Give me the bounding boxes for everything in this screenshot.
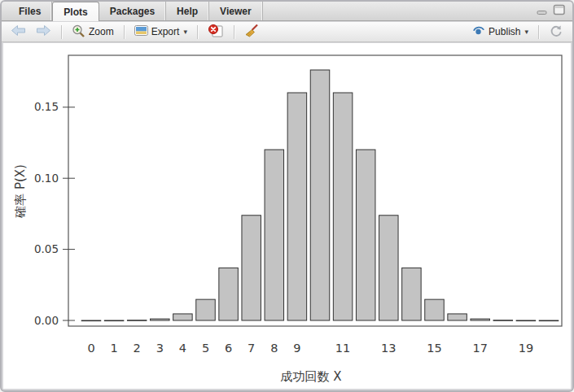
tab-strip: Files Plots Packages Help Viewer <box>2 2 572 21</box>
x-tick-label: 15 <box>427 342 441 355</box>
x-tick-label: 0 <box>87 342 94 355</box>
x-tick-label: 17 <box>472 342 487 355</box>
rstudio-plots-pane: Files Plots Packages Help Viewer <box>0 0 574 392</box>
barplot-binomial-distribution: 0.000.050.100.1501234567891113151719成功回数… <box>3 43 574 389</box>
publish-button-label: Publish <box>489 26 520 37</box>
bar <box>265 150 284 320</box>
publish-button[interactable]: Publish ▾ <box>470 24 531 41</box>
bar <box>173 314 193 320</box>
maximize-icon[interactable] <box>553 4 566 19</box>
refresh-button[interactable] <box>546 23 566 41</box>
tab-files[interactable]: Files <box>8 2 52 20</box>
bar <box>310 70 330 320</box>
bar <box>493 320 513 321</box>
publish-icon <box>472 25 485 39</box>
bar <box>356 150 375 320</box>
remove-plot-button[interactable] <box>205 22 226 41</box>
back-arrow-icon <box>11 24 26 39</box>
zoom-button[interactable]: Zoom <box>69 23 116 41</box>
y-tick-label: 0.10 <box>34 172 59 185</box>
toolbar-separator <box>61 25 62 39</box>
tab-plots-label: Plots <box>64 7 87 18</box>
bar <box>287 93 307 320</box>
bar <box>127 320 147 321</box>
bar <box>379 216 399 320</box>
x-tick-label: 6 <box>225 342 232 355</box>
export-image-icon <box>134 25 148 38</box>
bar <box>402 268 422 320</box>
x-tick-label: 7 <box>248 342 255 355</box>
x-tick-label: 13 <box>381 342 396 355</box>
y-tick-label: 0.05 <box>34 242 59 255</box>
bar <box>219 268 239 320</box>
bar <box>448 314 467 320</box>
tab-packages-label: Packages <box>110 6 155 17</box>
toolbar-separator <box>538 25 539 39</box>
chevron-down-icon: ▾ <box>524 28 528 36</box>
tab-help-label: Help <box>177 6 198 17</box>
zoom-magnifier-icon <box>72 24 85 40</box>
bar <box>242 216 261 320</box>
back-button[interactable] <box>8 23 28 41</box>
tab-viewer[interactable]: Viewer <box>209 2 262 20</box>
toolbar-separator <box>197 25 198 39</box>
toolbar-separator <box>124 25 125 39</box>
x-tick-label: 19 <box>519 342 533 355</box>
minimize-icon[interactable] <box>537 4 548 19</box>
zoom-button-label: Zoom <box>89 26 114 37</box>
bar <box>333 93 353 320</box>
bar <box>471 319 490 320</box>
tab-files-label: Files <box>19 6 41 17</box>
tab-help[interactable]: Help <box>166 2 209 20</box>
bar <box>81 320 101 321</box>
tab-viewer-label: Viewer <box>220 6 251 17</box>
tab-packages[interactable]: Packages <box>99 2 166 20</box>
x-tick-label: 3 <box>156 342 164 355</box>
plots-toolbar: Zoom Export ▾ <box>2 22 572 42</box>
tab-plots[interactable]: Plots <box>52 2 99 21</box>
bar <box>516 320 536 321</box>
export-button-label: Export <box>151 26 180 37</box>
remove-plot-icon <box>208 24 224 40</box>
bar <box>196 299 216 320</box>
y-tick-label: 0.00 <box>34 314 59 327</box>
clear-all-plots-button[interactable] <box>242 22 263 42</box>
chevron-down-icon: ▾ <box>182 28 187 36</box>
x-tick-label: 4 <box>179 342 186 355</box>
export-button[interactable]: Export ▾ <box>132 24 190 40</box>
x-tick-label: 5 <box>202 342 209 355</box>
refresh-icon <box>549 24 563 40</box>
y-tick-label: 0.15 <box>34 100 59 113</box>
tab-strip-lead <box>2 2 8 20</box>
x-tick-label: 9 <box>293 342 300 355</box>
x-tick-label: 1 <box>110 342 117 355</box>
x-tick-label: 8 <box>270 342 278 355</box>
y-axis-title: 確率 P(X) <box>13 164 28 219</box>
bar <box>425 299 445 320</box>
toolbar-right-group: Publish ▾ <box>470 23 566 41</box>
clear-broom-icon <box>244 24 261 41</box>
x-axis-title: 成功回数 X <box>280 369 341 384</box>
x-tick-label: 2 <box>134 342 141 355</box>
bar <box>539 320 559 321</box>
bar <box>151 319 170 320</box>
toolbar-separator <box>234 25 234 39</box>
forward-button[interactable] <box>33 23 54 41</box>
plot-viewport: 0.000.050.100.1501234567891113151719成功回数… <box>3 43 571 389</box>
x-tick-label: 11 <box>335 342 350 355</box>
bar <box>104 320 124 321</box>
forward-arrow-icon <box>36 24 51 39</box>
window-controls <box>537 2 572 20</box>
